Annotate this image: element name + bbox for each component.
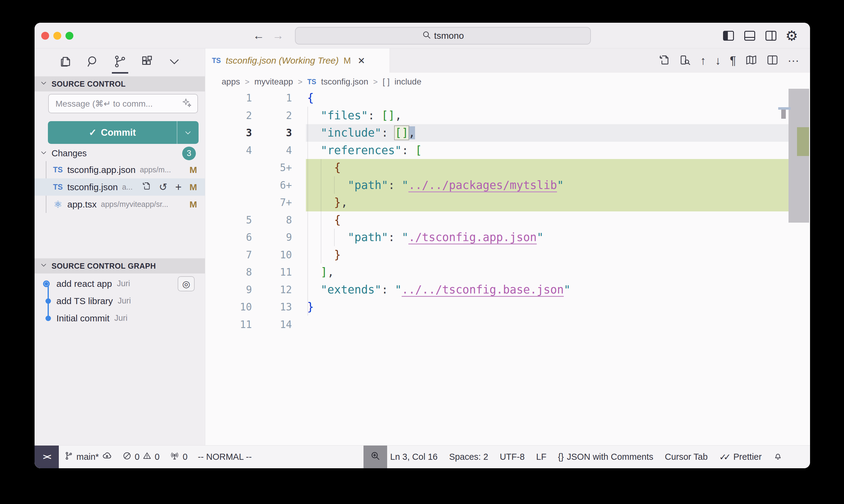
commit-dropdown-button[interactable] xyxy=(177,121,199,144)
changed-file-row[interactable]: TStsconfig.app.jsonapps/m...M xyxy=(35,161,205,178)
code-line[interactable]: 44 "references": [ xyxy=(205,142,789,159)
source-control-section-header[interactable]: SOURCE CONTROL xyxy=(35,76,205,91)
old-line-number xyxy=(205,177,252,194)
code-line[interactable]: 1013} xyxy=(205,298,789,316)
commit-author: Juri xyxy=(114,313,127,323)
source-control-view-icon[interactable] xyxy=(113,49,127,74)
sparkle-ai-icon[interactable] xyxy=(182,97,192,110)
close-window-button[interactable] xyxy=(41,32,49,40)
checkout-target-button[interactable]: ◎ xyxy=(178,276,195,291)
commit-message: add TS library xyxy=(56,296,113,306)
tab-bar: TS tsconfig.json (Working Tree) M ✕ ↑ ↓ … xyxy=(205,49,810,73)
ports-status-item[interactable]: 0 xyxy=(170,451,187,463)
file-path: a... xyxy=(122,183,133,192)
toggle-secondary-sidebar-icon[interactable] xyxy=(764,29,778,42)
line-content: "path": "../../packages/mytslib" xyxy=(306,177,789,194)
cursor-position-item[interactable]: Ln 3, Col 16 xyxy=(390,452,437,462)
minimize-window-button[interactable] xyxy=(53,32,61,40)
breadcrumb-item-include[interactable]: include xyxy=(394,77,421,87)
nav-forward-button[interactable]: → xyxy=(272,29,284,42)
remote-indicator-button[interactable]: >< xyxy=(35,446,59,468)
new-line-number: 12 xyxy=(252,281,292,299)
command-center-search[interactable]: tsmono xyxy=(295,27,591,44)
vim-mode-indicator[interactable]: -- NORMAL -- xyxy=(198,452,252,462)
commit-message-input[interactable]: Message (⌘↵ to comm... xyxy=(48,94,198,113)
commit-button[interactable]: ✓ Commit xyxy=(48,121,199,144)
cursor-tab-item[interactable]: Cursor Tab xyxy=(665,452,708,462)
extensions-icon[interactable] xyxy=(140,49,154,74)
nav-back-button[interactable]: ← xyxy=(253,29,264,42)
code-line[interactable]: 11{ xyxy=(205,89,789,107)
commit-row[interactable]: Initial commitJuri xyxy=(35,309,205,327)
new-line-number: 6+ xyxy=(252,177,292,194)
new-line-number: 11 xyxy=(252,264,292,281)
line-content: "files": [], xyxy=(306,107,789,125)
more-views-chevron-icon[interactable] xyxy=(168,49,181,74)
code-line[interactable]: 33 "include": [], xyxy=(205,124,789,142)
toggle-primary-sidebar-icon[interactable] xyxy=(722,29,735,42)
formatter-item[interactable]: ✓✓ Prettier xyxy=(719,452,761,462)
code-lines[interactable]: 11{22 "files": [],33 "include": [],44 "r… xyxy=(205,89,789,333)
commit-row[interactable]: add TS libraryJuri xyxy=(35,292,205,309)
file-name: tsconfig.app.json xyxy=(67,165,136,175)
open-changes-icon[interactable] xyxy=(658,54,670,67)
chevron-down-icon xyxy=(40,148,47,158)
code-line[interactable]: 5+ { xyxy=(205,159,789,177)
changes-header[interactable]: Changes 3 xyxy=(35,145,205,161)
zoom-window-button[interactable] xyxy=(66,32,73,40)
code-line[interactable]: 811 ], xyxy=(205,264,789,281)
branch-status-item[interactable]: main* xyxy=(64,451,112,463)
old-line-number xyxy=(205,194,252,211)
code-line[interactable]: 912 "extends": "../../tsconfig.base.json… xyxy=(205,281,789,299)
changes-label: Changes xyxy=(52,148,87,158)
indent-guide xyxy=(321,159,321,264)
screencast-zoom-button[interactable] xyxy=(363,446,387,468)
code-line[interactable]: 710 } xyxy=(205,246,789,264)
eol-item[interactable]: LF xyxy=(536,452,547,462)
overview-added-lines-mark xyxy=(797,127,809,156)
inline-view-icon[interactable] xyxy=(679,54,691,67)
search-view-icon[interactable] xyxy=(86,49,100,74)
stage-changes-icon[interactable]: + xyxy=(175,181,182,194)
encoding-item[interactable]: UTF-8 xyxy=(500,452,524,462)
more-actions-icon[interactable]: ··· xyxy=(788,55,799,66)
old-line-number: 2 xyxy=(205,107,252,125)
code-line[interactable]: 6+ "path": "../../packages/mytslib" xyxy=(205,177,789,194)
code-line[interactable]: 22 "files": [], xyxy=(205,107,789,125)
problems-status-item[interactable]: 0 0 xyxy=(122,451,159,463)
old-line-number: 8 xyxy=(205,264,252,281)
changed-file-row[interactable]: ⚛app.tsxapps/myviteapp/sr...M xyxy=(35,196,205,213)
code-line[interactable]: 7+ }, xyxy=(205,194,789,211)
line-content: { xyxy=(306,89,789,107)
commit-graph-list: add react appJuri◎add TS libraryJuriInit… xyxy=(35,275,205,327)
breadcrumb-item-tsconfig[interactable]: tsconfig.json xyxy=(321,77,368,87)
code-line[interactable]: 58 { xyxy=(205,211,789,229)
previous-change-icon[interactable]: ↑ xyxy=(700,55,706,66)
explorer-icon[interactable] xyxy=(58,49,72,74)
line-content: "extends": "../../tsconfig.base.json" xyxy=(306,281,789,299)
map-icon[interactable] xyxy=(745,54,757,67)
indentation-item[interactable]: Spaces: 2 xyxy=(449,452,488,462)
toggle-panel-icon[interactable] xyxy=(743,29,756,42)
whitespace-toggle-icon[interactable]: ¶ xyxy=(730,55,736,66)
breadcrumb-item-apps[interactable]: apps xyxy=(222,77,240,87)
commit-author: Juri xyxy=(118,296,131,306)
discard-changes-icon[interactable]: ↺ xyxy=(159,181,167,193)
commit-row[interactable]: add react appJuri◎ xyxy=(35,275,205,292)
changed-file-row[interactable]: TStsconfig.jsona...↺+M xyxy=(35,178,205,196)
breadcrumb-item-myviteapp[interactable]: myviteapp xyxy=(254,77,293,87)
source-control-graph-section-header[interactable]: SOURCE CONTROL GRAPH xyxy=(35,258,205,273)
open-file-icon[interactable] xyxy=(141,181,151,193)
next-change-icon[interactable]: ↓ xyxy=(715,55,721,66)
code-line[interactable]: 1114 xyxy=(205,316,789,334)
settings-gear-icon[interactable]: ⚙ xyxy=(786,29,798,43)
tab-tsconfig-working-tree[interactable]: TS tsconfig.json (Working Tree) M ✕ xyxy=(205,49,390,73)
split-editor-icon[interactable] xyxy=(767,54,778,67)
tab-close-icon[interactable]: ✕ xyxy=(358,55,365,66)
code-line[interactable]: 69 "path": "./tsconfig.app.json" xyxy=(205,229,789,246)
notifications-bell-icon[interactable] xyxy=(773,451,783,463)
chevron-right-icon: > xyxy=(373,77,378,87)
line-content: { xyxy=(306,211,789,229)
language-mode-item[interactable]: {} JSON with Comments xyxy=(558,452,653,462)
braces-icon: {} xyxy=(558,452,564,462)
